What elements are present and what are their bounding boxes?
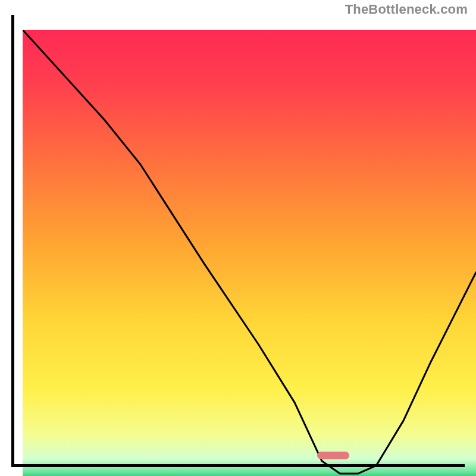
- chart-container: TheBottleneck.com: [0, 0, 476, 476]
- watermark-label: TheBottleneck.com: [345, 2, 468, 17]
- plot-area: [11, 15, 465, 464]
- x-axis: [11, 464, 465, 467]
- plot-svg: [23, 30, 476, 476]
- optimal-range-marker: [317, 452, 349, 460]
- y-axis: [11, 15, 14, 464]
